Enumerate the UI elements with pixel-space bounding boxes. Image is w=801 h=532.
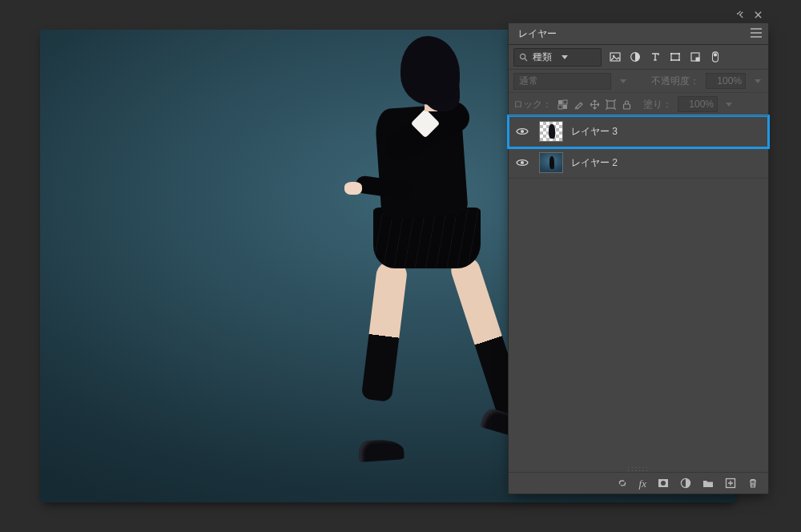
svg-point-0 <box>520 54 525 58</box>
layers-panel: レイヤー 種類 <box>508 22 769 494</box>
chevron-down-icon <box>562 55 568 59</box>
panel-resize-grip[interactable]: :::::: <box>509 465 768 471</box>
panel-close-icon[interactable] <box>754 10 763 19</box>
workspace: レイヤー 種類 <box>0 0 801 532</box>
svg-point-20 <box>521 130 524 133</box>
svg-point-21 <box>521 161 524 164</box>
filter-toggle-icon[interactable] <box>710 51 721 62</box>
svg-rect-5 <box>671 54 679 60</box>
visibility-icon[interactable] <box>513 158 531 167</box>
svg-rect-18 <box>607 101 614 108</box>
panel-window-controls <box>508 6 767 22</box>
chevron-down-icon <box>618 79 629 83</box>
fill-input[interactable]: 100% <box>678 96 718 112</box>
opacity-value: 100% <box>717 75 742 87</box>
layer-row[interactable]: レイヤー 2 <box>509 147 768 179</box>
svg-rect-7 <box>678 53 680 54</box>
svg-rect-9 <box>678 59 680 61</box>
panel-tab-bar: レイヤー <box>509 23 768 45</box>
svg-line-1 <box>525 58 527 60</box>
lock-move-icon[interactable] <box>590 99 600 110</box>
lock-brush-icon[interactable] <box>574 99 584 110</box>
lock-pixels-icon[interactable] <box>557 99 568 110</box>
link-layers-icon[interactable] <box>617 478 628 489</box>
search-icon <box>519 53 528 62</box>
svg-rect-19 <box>624 104 630 109</box>
lock-fill-row: ロック： 塗り： 100% <box>509 93 768 116</box>
layer-filter-icons <box>610 51 721 62</box>
layer-filter-type-label: 種類 <box>533 50 552 64</box>
panel-menu-icon[interactable] <box>744 28 768 40</box>
lock-artboard-icon[interactable] <box>606 99 616 110</box>
layer-name[interactable]: レイヤー 3 <box>571 125 618 139</box>
layer-filter-row: 種類 <box>509 45 768 70</box>
layer-name[interactable]: レイヤー 2 <box>571 156 618 170</box>
svg-rect-17 <box>563 105 567 109</box>
lock-all-icon[interactable] <box>622 99 632 110</box>
fill-value: 100% <box>689 99 714 110</box>
opacity-input[interactable]: 100% <box>706 73 746 89</box>
layers-tab[interactable]: レイヤー <box>509 24 566 44</box>
layer-effects-icon[interactable]: fx <box>639 478 646 489</box>
chevron-down-icon[interactable] <box>752 79 763 83</box>
fill-label: 塗り： <box>643 98 672 111</box>
visibility-icon[interactable] <box>513 127 531 136</box>
layers-panel-footer: fx <box>509 472 768 494</box>
svg-point-13 <box>714 53 717 56</box>
filter-smartobject-icon[interactable] <box>690 51 701 62</box>
filter-adjustment-icon[interactable] <box>630 51 641 62</box>
layers-list: レイヤー 3 レイヤー 2 <box>509 116 768 179</box>
lock-label: ロック： <box>513 98 552 111</box>
svg-rect-8 <box>670 59 672 61</box>
svg-point-23 <box>661 481 666 486</box>
chevron-down-icon[interactable] <box>723 103 735 107</box>
add-mask-icon[interactable] <box>658 478 669 489</box>
new-layer-icon[interactable] <box>725 478 736 489</box>
layers-tab-label: レイヤー <box>518 27 557 41</box>
blend-mode-select[interactable]: 通常 <box>513 73 611 90</box>
new-group-icon[interactable] <box>702 478 714 489</box>
blend-mode-value: 通常 <box>519 75 538 88</box>
layer-filter-type-select[interactable]: 種類 <box>513 48 602 66</box>
svg-rect-14 <box>558 100 562 104</box>
svg-rect-6 <box>670 53 672 54</box>
delete-layer-icon[interactable] <box>747 478 759 489</box>
new-adjustment-icon[interactable] <box>680 478 691 489</box>
svg-rect-15 <box>563 100 567 104</box>
filter-shape-icon[interactable] <box>670 51 681 62</box>
svg-rect-11 <box>696 58 700 62</box>
svg-rect-16 <box>558 105 562 109</box>
layer-thumbnail[interactable] <box>539 121 563 142</box>
opacity-label: 不透明度： <box>651 75 699 88</box>
layer-thumbnail[interactable] <box>539 152 563 173</box>
layer-row[interactable]: レイヤー 3 <box>509 116 768 147</box>
filter-type-icon[interactable] <box>650 51 661 62</box>
blend-opacity-row: 通常 不透明度： 100% <box>509 70 768 93</box>
filter-image-icon[interactable] <box>610 51 621 62</box>
panel-collapse-icon[interactable] <box>737 10 746 19</box>
